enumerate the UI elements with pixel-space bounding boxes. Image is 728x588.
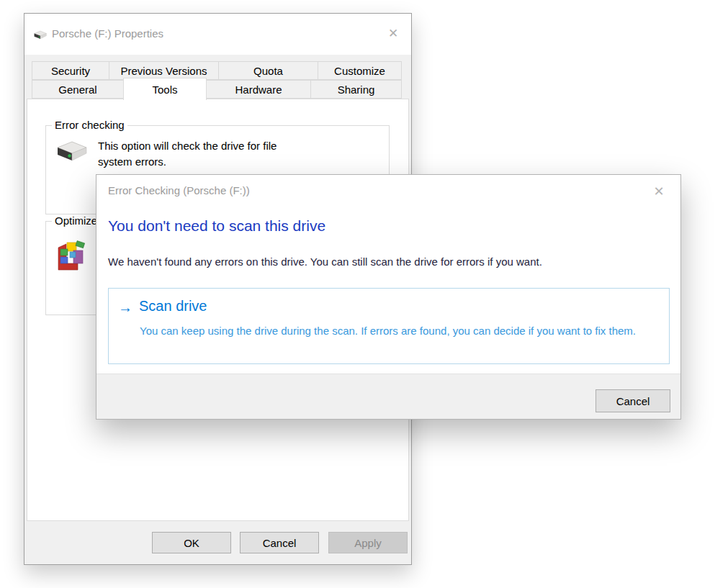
close-icon: ✕ (388, 26, 398, 41)
cancel-button[interactable]: Cancel (240, 532, 319, 553)
tab-tools[interactable]: Tools (123, 78, 207, 100)
window-title: Porsche (F:) Properties (52, 27, 163, 40)
dialog-close-button[interactable]: ✕ (647, 181, 670, 202)
properties-titlebar: Porsche (F:) Properties ✕ (24, 14, 411, 55)
tab-security[interactable]: Security (32, 61, 109, 80)
tab-customize[interactable]: Customize (318, 61, 402, 80)
error-checking-description: This option will check the drive for fil… (98, 138, 314, 170)
desktop-background: Porsche (F:) Properties ✕ Security Previ… (0, 0, 728, 588)
optimize-group-label: Optimize (52, 214, 100, 227)
drive-icon (32, 30, 48, 41)
scan-drive-command[interactable]: → Scan drive You can keep using the driv… (108, 288, 670, 364)
scan-drive-description: You can keep using the drive during the … (140, 322, 671, 339)
dialog-cancel-button[interactable]: Cancel (596, 389, 670, 412)
defragment-icon (55, 240, 86, 274)
tab-hardware[interactable]: Hardware (206, 80, 311, 99)
dialog-title: Error Checking (Porsche (F:)) (108, 184, 250, 196)
dialog-body-text: We haven't found any errors on this driv… (108, 255, 542, 268)
tab-general[interactable]: General (32, 80, 124, 99)
arrow-right-icon: → (118, 299, 132, 316)
apply-button: Apply (328, 532, 408, 553)
main-instruction: You don't need to scan this drive (108, 217, 325, 235)
tab-sharing[interactable]: Sharing (310, 80, 402, 99)
close-button[interactable]: ✕ (382, 23, 404, 43)
error-checking-dialog: Error Checking (Porsche (F:)) ✕ You don'… (96, 174, 681, 420)
error-checking-group-label: Error checking (52, 119, 127, 131)
dialog-footer (96, 374, 680, 419)
ok-button[interactable]: OK (152, 532, 231, 553)
hard-drive-icon (55, 137, 89, 166)
tab-quota[interactable]: Quota (218, 61, 318, 80)
close-icon: ✕ (653, 184, 664, 199)
scan-drive-label: Scan drive (139, 298, 207, 315)
